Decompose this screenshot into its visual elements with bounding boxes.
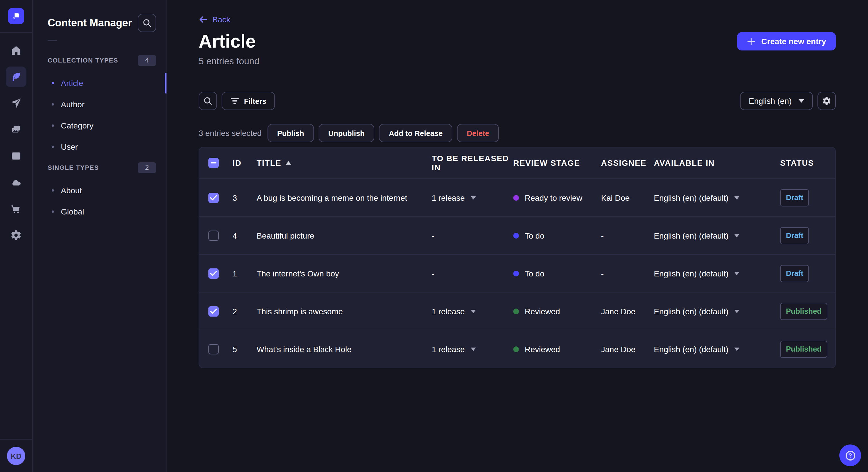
add-to-release-button[interactable]: Add to Release — [379, 124, 453, 142]
release-label: - — [432, 231, 434, 240]
search-icon — [143, 19, 152, 28]
locale-select[interactable]: English (en) — [740, 92, 813, 110]
bullet-icon — [52, 124, 54, 127]
column-header-review-stage[interactable]: REVIEW STAGE — [513, 158, 601, 167]
release-label: 1 release — [432, 344, 465, 353]
row-checkbox[interactable] — [208, 193, 219, 203]
column-header-id[interactable]: ID — [232, 158, 257, 167]
release-cell[interactable]: - — [432, 231, 513, 240]
delete-button[interactable]: Delete — [457, 124, 499, 142]
settings-icon[interactable] — [3, 222, 29, 248]
release-label: 1 release — [432, 193, 465, 202]
bullet-icon — [52, 82, 54, 84]
page-title: Article — [198, 31, 256, 52]
media-library-icon[interactable] — [3, 116, 29, 143]
unpublish-button[interactable]: Unpublish — [318, 124, 374, 142]
section-label: COLLECTION TYPES — [48, 57, 118, 64]
filters-button[interactable]: Filters — [222, 92, 275, 110]
chevron-down-icon — [470, 196, 476, 199]
content-manager-icon[interactable] — [3, 64, 29, 90]
chevron-down-icon — [799, 99, 804, 103]
releases-icon[interactable] — [3, 90, 29, 116]
title-cell: This shrimp is awesome — [257, 307, 432, 316]
select-all-checkbox[interactable] — [208, 158, 219, 168]
sidebar-item-article[interactable]: Article — [33, 72, 166, 94]
locale-label: English (en) (default) — [654, 193, 728, 202]
entries-table: ID TITLE TO BE RELEASED IN REVIEW STAGE … — [198, 147, 836, 368]
rail-icon-list — [0, 33, 32, 248]
sidebar-item-author[interactable]: Author — [33, 94, 166, 115]
column-header-assignee[interactable]: ASSIGNEE — [601, 158, 654, 167]
assignee-cell: - — [601, 231, 654, 240]
filter-icon — [230, 98, 239, 104]
collection-types-section: COLLECTION TYPES 4 Article Author Catego… — [33, 55, 166, 157]
review-stage-label: To do — [525, 231, 545, 240]
column-header-available-in[interactable]: AVAILABLE IN — [654, 158, 780, 167]
sidebar-item-global[interactable]: Global — [33, 201, 166, 222]
available-in-cell[interactable]: English (en) (default) — [654, 269, 780, 278]
home-icon[interactable] — [3, 37, 29, 64]
available-in-cell[interactable]: English (en) (default) — [654, 307, 780, 316]
chevron-down-icon — [734, 234, 739, 237]
title-cell: The internet's Own boy — [257, 269, 432, 278]
column-header-release[interactable]: TO BE RELEASED IN — [432, 154, 513, 172]
bullet-icon — [52, 189, 54, 191]
marketplace-icon[interactable] — [3, 196, 29, 222]
content-type-builder-icon[interactable] — [3, 143, 29, 169]
available-in-cell[interactable]: English (en) (default) — [654, 231, 780, 240]
review-stage-label: To do — [525, 269, 545, 278]
status-badge: Draft — [780, 189, 809, 206]
table-row[interactable]: 4 Beautiful picture - To do - English (e… — [199, 216, 835, 254]
create-entry-button[interactable]: Create new entry — [737, 32, 836, 50]
row-checkbox[interactable] — [208, 344, 219, 354]
release-cell[interactable]: 1 release — [432, 307, 513, 316]
row-checkbox[interactable] — [208, 268, 219, 278]
review-stage-label: Ready to review — [525, 193, 582, 202]
nav-rail: KD — [0, 0, 33, 472]
locale-label: English (en) (default) — [654, 231, 728, 240]
chevron-down-icon — [734, 272, 739, 275]
sidebar-item-about[interactable]: About — [33, 179, 166, 201]
release-cell[interactable]: 1 release — [432, 193, 513, 202]
table-row[interactable]: 5 What's inside a Black Hole 1 release R… — [199, 330, 835, 368]
row-checkbox[interactable] — [208, 306, 219, 316]
stage-dot-icon — [513, 270, 519, 276]
table-row[interactable]: 1 The internet's Own boy - To do - Engli… — [199, 254, 835, 292]
status-cell: Draft — [780, 265, 835, 282]
column-header-status[interactable]: STATUS — [780, 158, 835, 167]
release-label: 1 release — [432, 307, 465, 316]
status-cell: Draft — [780, 189, 835, 206]
sort-asc-icon — [286, 161, 291, 165]
release-cell[interactable]: - — [432, 269, 513, 278]
back-link[interactable]: Back — [198, 15, 230, 24]
sidebar-item-category[interactable]: Category — [33, 115, 166, 136]
column-header-title[interactable]: TITLE — [257, 158, 432, 167]
table-row[interactable]: 2 This shrimp is awesome 1 release Revie… — [199, 292, 835, 330]
bullet-icon — [52, 210, 54, 212]
check-icon — [210, 270, 217, 276]
user-avatar[interactable]: KD — [7, 447, 25, 465]
sidebar-search-button[interactable] — [138, 14, 156, 32]
available-in-cell[interactable]: English (en) (default) — [654, 344, 780, 353]
stage-dot-icon — [513, 233, 519, 238]
sidebar-item-user[interactable]: User — [33, 136, 166, 157]
table-row[interactable]: 3 A bug is becoming a meme on the intern… — [199, 178, 835, 216]
rail-footer: KD — [0, 439, 32, 472]
assignee-cell: Jane Doe — [601, 307, 654, 316]
locale-label: English (en) (default) — [654, 344, 728, 353]
title-cell: Beautiful picture — [257, 231, 432, 240]
gear-icon — [822, 96, 831, 105]
row-checkbox[interactable] — [208, 230, 219, 241]
locale-label: English (en) (default) — [654, 269, 728, 278]
release-cell[interactable]: 1 release — [432, 344, 513, 353]
table-search-button[interactable] — [198, 92, 217, 110]
strapi-logo[interactable] — [8, 8, 24, 24]
help-button[interactable]: ? — [839, 444, 861, 466]
stage-dot-icon — [513, 195, 519, 200]
view-settings-button[interactable] — [817, 92, 836, 110]
publish-button[interactable]: Publish — [267, 124, 314, 142]
cloud-icon[interactable] — [3, 169, 29, 196]
available-in-cell[interactable]: English (en) (default) — [654, 193, 780, 202]
assignee-cell: Jane Doe — [601, 344, 654, 353]
id-cell: 5 — [232, 344, 257, 353]
